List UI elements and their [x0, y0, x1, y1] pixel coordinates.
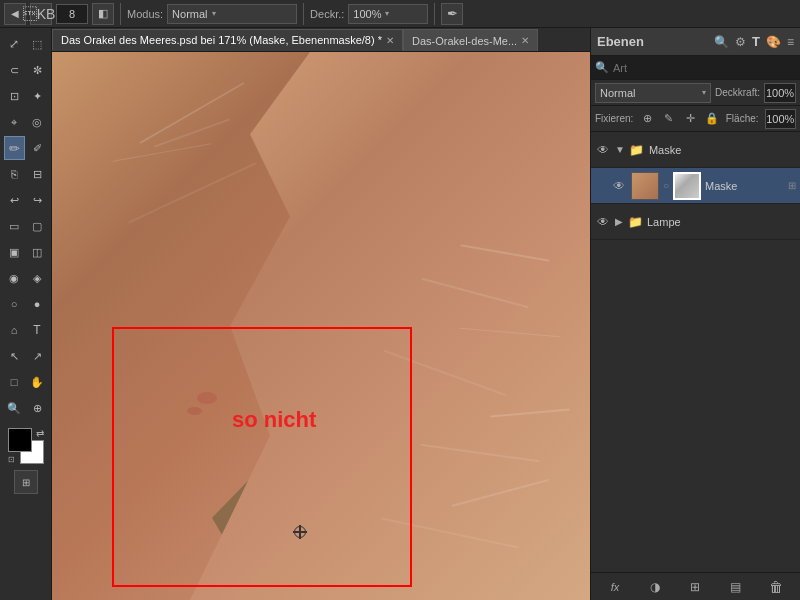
shape-tool[interactable]: □: [4, 370, 25, 394]
art-history[interactable]: ↪: [27, 188, 48, 212]
swap-colors-icon[interactable]: ⇄: [36, 428, 44, 439]
dodge-tool[interactable]: ○: [4, 292, 25, 316]
stamp-pattern-pair: ⎘ ⊟: [4, 162, 48, 186]
new-group-button[interactable]: ⊞: [684, 576, 706, 598]
main-area: ⤢ ⬚ ⊂ ✼ ⊡ ✦ ⌖ ◎ ✏ ✐ ⎘ ⊟ ↩ ↪ ▭ ▢: [0, 28, 800, 600]
fix-row: Fixieren: ⊕ ✎ ✛ 🔒 Fläche: 100%: [591, 106, 800, 132]
flaeche-label: Fläche:: [726, 113, 759, 124]
path-select-pair: ↖ ↗: [4, 344, 48, 368]
left-toolbar: ⤢ ⬚ ⊂ ✼ ⊡ ✦ ⌖ ◎ ✏ ✐ ⎘ ⊟ ↩ ↪ ▭ ▢: [0, 28, 52, 600]
layer-row-lampe-group[interactable]: 👁 ▶ 📁 Lampe: [591, 204, 800, 240]
adjustment-button[interactable]: ◑: [644, 576, 666, 598]
path-select-tool[interactable]: ↖: [4, 344, 25, 368]
panel-search-icon[interactable]: 🔍: [714, 35, 729, 49]
bg-eraser[interactable]: ▢: [27, 214, 48, 238]
extra-tool[interactable]: ⊕: [27, 396, 48, 420]
hand-tool[interactable]: ✋: [27, 370, 48, 394]
layer-expand-maske-group[interactable]: ▼: [615, 144, 625, 155]
shape-pair: □ ✋: [4, 370, 48, 394]
foreground-color-swatch[interactable]: [8, 428, 32, 452]
opacity-value-field[interactable]: 100%: [764, 83, 796, 103]
brush-icon[interactable]: KB;: [30, 3, 52, 25]
opacity-dropdown[interactable]: 100% ▾: [348, 4, 428, 24]
layer-eye-lampe[interactable]: 👁: [595, 214, 611, 230]
history-art-pair: ↩ ↪: [4, 188, 48, 212]
modus-label: Modus:: [127, 8, 163, 20]
separator-3: [434, 3, 435, 25]
layer-eye-maske[interactable]: 👁: [611, 178, 627, 194]
text-tool[interactable]: T: [27, 318, 48, 342]
layer-row-maske[interactable]: 👁 ○ Maske ⊞: [591, 168, 800, 204]
panel-text-icon[interactable]: T: [752, 34, 760, 49]
blur-tool[interactable]: ◉: [4, 266, 25, 290]
brush-size-field[interactable]: 8: [56, 4, 88, 24]
spot-tool[interactable]: ◎: [27, 110, 48, 134]
brush-tool[interactable]: ✏: [4, 136, 25, 160]
layer-label-lampe: Lampe: [647, 216, 796, 228]
layer-expand-lampe[interactable]: ▶: [615, 216, 623, 227]
direct-select-tool[interactable]: ↗: [27, 344, 48, 368]
layer-thumb-img: [632, 173, 658, 199]
layer-search-input[interactable]: [613, 62, 796, 74]
layer-eye-maske-group[interactable]: 👁: [595, 142, 611, 158]
delete-layer-button[interactable]: 🗑: [765, 576, 787, 598]
blend-mode-chevron: ▾: [212, 9, 216, 18]
active-tab[interactable]: Das Orakel des Meeres.psd bei 171% (Mask…: [52, 29, 403, 51]
layer-mask-thumb: [673, 172, 701, 200]
fix-label: Fixieren:: [595, 113, 633, 124]
layer-group-icon-lampe: 📁: [627, 214, 643, 230]
skin-mark-2: [187, 407, 202, 415]
panel-settings-icon[interactable]: ⚙: [735, 35, 746, 49]
tab-bar: Das Orakel des Meeres.psd bei 171% (Mask…: [52, 28, 590, 52]
layers-bottom-toolbar: fx ◑ ⊞ ▤ 🗑: [591, 572, 800, 600]
layer-options-icon-maske[interactable]: ⊞: [788, 180, 796, 191]
burn-tool[interactable]: ●: [27, 292, 48, 316]
lasso-tool[interactable]: ⊂: [4, 58, 25, 82]
fill-tool[interactable]: ◫: [27, 240, 48, 264]
pencil-tool[interactable]: ✐: [27, 136, 48, 160]
pen-tool[interactable]: ⌂: [4, 318, 25, 342]
magic-wand-tool[interactable]: ✼: [27, 58, 48, 82]
layers-panel: Ebenen 🔍 ⚙ T 🎨 ≡ 🔍 Normal ▾ Deckkraft: 1…: [590, 28, 800, 600]
patch-tool[interactable]: ⌖: [4, 110, 25, 134]
pattern-tool[interactable]: ⊟: [27, 162, 48, 186]
flaeche-field[interactable]: 100%: [765, 109, 796, 129]
layer-blend-value: Normal: [600, 87, 635, 99]
sharpen-tool[interactable]: ◈: [27, 266, 48, 290]
fix-lock-icon[interactable]: 🔒: [704, 110, 720, 128]
move-tool[interactable]: ⤢: [4, 32, 25, 56]
stamp-tool[interactable]: ⎘: [4, 162, 25, 186]
active-tab-label: Das Orakel des Meeres.psd bei 171% (Mask…: [61, 34, 382, 46]
history-brush[interactable]: ↩: [4, 188, 25, 212]
inactive-tab-close[interactable]: ✕: [521, 35, 529, 46]
panel-menu-icon[interactable]: ≡: [787, 35, 794, 49]
blend-mode-dropdown[interactable]: Normal ▾: [167, 4, 297, 24]
fix-pos-icon[interactable]: ⊕: [639, 110, 655, 128]
marquee-tool[interactable]: ⬚: [27, 32, 48, 56]
deck-label: Deckr.:: [310, 8, 344, 20]
layer-row-maske-group[interactable]: 👁 ▼ 📁 Maske: [591, 132, 800, 168]
fix-move-icon[interactable]: ✛: [683, 110, 699, 128]
fx-button[interactable]: fx: [604, 576, 626, 598]
blend-mode-row: Normal ▾ Deckkraft: 100%: [591, 80, 800, 106]
inactive-tab-label: Das-Orakel-des-Me...: [412, 35, 517, 47]
active-tab-close[interactable]: ✕: [386, 35, 394, 46]
separator-1: [120, 3, 121, 25]
blend-mode-value: Normal: [172, 8, 207, 20]
fix-brush-icon[interactable]: ✎: [661, 110, 677, 128]
airbrush-icon[interactable]: ✒: [441, 3, 463, 25]
new-layer-button[interactable]: ▤: [725, 576, 747, 598]
eraser-tool[interactable]: ▭: [4, 214, 25, 238]
eyedrop-tool[interactable]: ✦: [27, 84, 48, 108]
rocky-right-region: [190, 52, 590, 600]
mode-icon[interactable]: ◧: [92, 3, 114, 25]
screen-mode-btn[interactable]: ⊞: [14, 470, 38, 494]
panel-color-icon[interactable]: 🎨: [766, 35, 781, 49]
canvas-content: so nicht: [52, 52, 590, 600]
crop-tool[interactable]: ⊡: [4, 84, 25, 108]
zoom-tool[interactable]: 🔍: [4, 396, 25, 420]
gradient-tool[interactable]: ▣: [4, 240, 25, 264]
inactive-tab[interactable]: Das-Orakel-des-Me... ✕: [403, 29, 538, 51]
reset-colors-icon[interactable]: ⊡: [8, 455, 15, 464]
layer-blend-dropdown[interactable]: Normal ▾: [595, 83, 711, 103]
